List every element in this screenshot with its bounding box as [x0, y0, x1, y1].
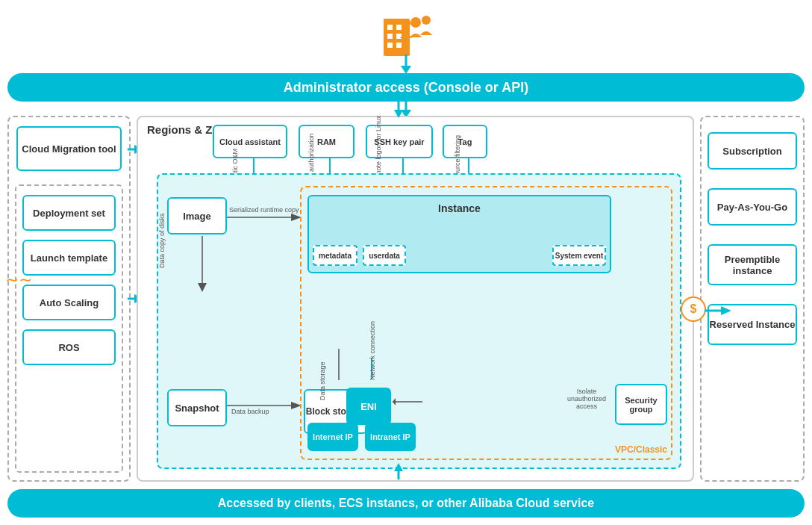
svg-rect-3 — [387, 34, 393, 39]
arrow-into-bottom — [393, 463, 404, 482]
arrow-into-main — [393, 102, 404, 121]
admin-access-bar: Administrator access (Console or API) — [7, 73, 805, 102]
pay-as-you-go-box[interactable]: Pay-As-You-Go — [708, 188, 797, 226]
arrow-image-down — [197, 236, 207, 295]
userdata-box: userdata — [363, 245, 406, 266]
instance-label: Instance — [309, 202, 610, 214]
dollar-circle: $ — [681, 296, 706, 322]
svg-marker-37 — [393, 398, 396, 406]
security-group-box[interactable]: Security group — [615, 384, 667, 425]
admin-access-label: Administrator access (Console or API) — [284, 80, 528, 96]
arrow-dollar-to-right — [705, 305, 731, 319]
inner-dashed-panel: Image Serialized runtime copy Snapshot D… — [157, 173, 681, 469]
svg-point-8 — [422, 16, 431, 25]
cloud-migration-tool-box[interactable]: Cloud Migration tool — [16, 126, 122, 171]
bottom-bar-label: Accessed by clients, ECS instancs, or ot… — [218, 497, 594, 510]
cloud-assistant-box[interactable]: Cloud assistant — [213, 125, 287, 158]
svg-marker-39 — [721, 306, 731, 315]
image-box[interactable]: Image — [167, 197, 227, 234]
auto-scaling-box[interactable]: Auto Scaling — [22, 285, 116, 320]
svg-rect-5 — [387, 43, 393, 48]
system-event-box: System event — [552, 245, 606, 266]
right-panel: Subscription Pay-As-You-Go Preemptible i… — [700, 116, 805, 482]
vpc-box: Instance metadata userdata System event … — [300, 186, 672, 460]
ros-box[interactable]: ROS — [22, 329, 116, 365]
svg-marker-41 — [394, 110, 403, 118]
arrow-snapshot-to-block — [227, 400, 302, 414]
vpc-classic-label: VPC/Classic — [615, 444, 667, 455]
subscription-box[interactable]: Subscription — [708, 132, 797, 170]
wavy-arrow-icon: ∼∼ — [5, 270, 32, 290]
svg-point-7 — [410, 17, 421, 28]
eni-box[interactable]: ENI — [346, 388, 391, 425]
bottom-bar: Accessed by clients, ECS instancs, or ot… — [7, 489, 805, 518]
snapshot-box[interactable]: Snapshot — [167, 389, 227, 426]
deployment-set-box[interactable]: Deployment set — [22, 195, 116, 231]
svg-rect-6 — [396, 43, 402, 48]
intranet-ip-box: Intranet IP — [365, 423, 416, 451]
arrow-security-to-eni — [393, 397, 430, 410]
arrow-image-to-instance — [227, 212, 302, 226]
svg-marker-31 — [198, 283, 207, 292]
left-panel: Cloud Migration tool Deployment set Laun… — [7, 116, 131, 482]
svg-rect-1 — [387, 25, 393, 30]
preemptible-instance-box[interactable]: Preemptible instance — [708, 244, 797, 285]
svg-marker-43 — [394, 463, 403, 471]
network-connection-text: Network connection — [369, 321, 376, 380]
data-copy-text: Data copy of disks — [158, 213, 166, 268]
svg-point-9 — [402, 19, 410, 28]
isolate-text: Isolate unauthorized access — [560, 388, 613, 410]
internet-ip-box: Internet IP — [307, 423, 358, 451]
main-panel: Regions & Zones Cloud assistant RAM SSH … — [137, 116, 694, 482]
cloud-migration-label: Cloud Migration tool — [22, 143, 116, 155]
instance-box[interactable]: Instance metadata userdata System event — [307, 195, 611, 273]
launch-template-box[interactable]: Launch template — [22, 240, 116, 276]
tag-box[interactable]: Tag — [443, 125, 487, 158]
metadata-box: metadata — [313, 245, 357, 266]
svg-rect-2 — [396, 25, 402, 30]
left-sub-panel: Deployment set Launch template Auto Scal… — [15, 184, 123, 473]
